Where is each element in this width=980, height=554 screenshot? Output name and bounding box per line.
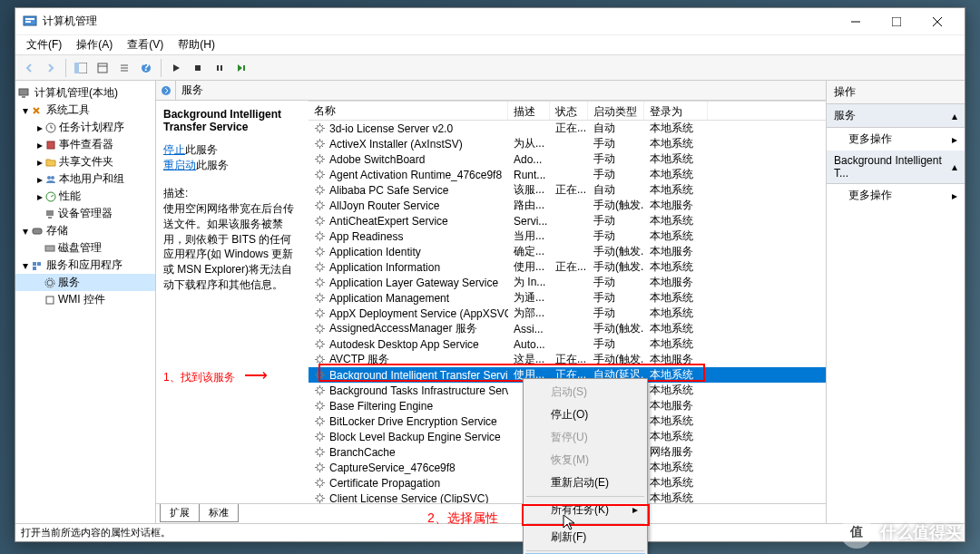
service-row[interactable]: Alibaba PC Safe Service该服...正在...自动本地系统 (309, 182, 826, 198)
stop-link[interactable]: 停止 (163, 143, 185, 156)
svg-rect-33 (45, 246, 54, 251)
service-row[interactable]: AllJoyn Router Service路由...手动(触发...本地服务 (309, 198, 826, 213)
tree-disk-mgmt[interactable]: 磁盘管理 (58, 240, 102, 256)
expand-icon[interactable]: ▸ (37, 139, 43, 151)
help-button[interactable]: ? (136, 58, 156, 78)
export-button[interactable] (93, 58, 113, 78)
description-label: 描述: (163, 186, 301, 201)
svg-rect-21 (22, 96, 25, 98)
maximize-button[interactable] (876, 9, 916, 34)
col-status[interactable]: 状态 (550, 102, 588, 120)
svg-text:?: ? (142, 63, 149, 73)
svg-rect-2 (25, 21, 31, 23)
event-icon (45, 140, 56, 151)
service-row[interactable]: AppX Deployment Service (AppXSVC)为部...手动… (309, 306, 826, 321)
expand-icon[interactable]: ▾ (23, 259, 28, 272)
tree-services-apps[interactable]: 服务和应用程序 (46, 258, 122, 273)
svg-rect-18 (220, 65, 222, 71)
service-row[interactable]: AssignedAccessManager 服务Assi...手动(触发...本… (309, 321, 826, 336)
svg-rect-34 (33, 262, 36, 266)
service-row[interactable]: App Readiness当用...手动本地系统 (309, 228, 826, 244)
tools-icon (31, 105, 44, 116)
col-name[interactable]: 名称 (309, 102, 508, 120)
annotation-1: 1、找到该服务⟶ (163, 365, 268, 385)
ctx-restart[interactable]: 重新启动(E) (525, 471, 645, 494)
tree-storage[interactable]: 存储 (46, 223, 68, 238)
pane-title: 服务 (176, 83, 203, 98)
tree-shared-folders[interactable]: 共享文件夹 (59, 154, 113, 170)
context-menu[interactable]: 启动(S) 停止(O) 暂停(U) 恢复(M) 重新启动(E) 所有任务(K)▸… (523, 378, 648, 554)
play-button[interactable] (166, 58, 186, 78)
svg-rect-36 (33, 267, 36, 270)
tree-wmi[interactable]: WMI 控件 (58, 292, 105, 307)
nav-arrow-icon[interactable] (156, 81, 176, 100)
expand-icon[interactable]: ▾ (23, 104, 28, 117)
svg-point-27 (51, 176, 54, 180)
ctx-resume: 恢复(M) (525, 449, 645, 471)
actions-section-selected[interactable]: Background Intelligent T...▴ (827, 151, 965, 184)
col-startup[interactable]: 启动类型 (588, 102, 644, 120)
close-button[interactable] (916, 9, 957, 34)
expand-icon[interactable]: ▾ (23, 225, 28, 238)
service-row[interactable]: Application Information使用...正在...手动(触发..… (309, 259, 826, 275)
service-row[interactable]: Agent Activation Runtime_476ce9f8Runt...… (309, 167, 826, 182)
show-hide-button[interactable] (71, 58, 91, 78)
expand-icon[interactable]: ▸ (37, 121, 43, 134)
pause-button[interactable] (210, 58, 230, 78)
ctx-stop[interactable]: 停止(O) (525, 403, 645, 426)
restart-button[interactable] (231, 58, 251, 78)
tab-standard[interactable]: 标准 (199, 504, 239, 522)
tree-performance[interactable]: 性能 (59, 189, 81, 204)
svg-rect-31 (48, 217, 52, 219)
service-row[interactable]: Application Management为通...手动本地系统 (309, 290, 826, 306)
grid-header[interactable]: 名称 描述 状态 启动类型 登录为 (309, 101, 826, 121)
apps-icon (31, 260, 44, 271)
svg-rect-9 (98, 63, 107, 73)
expand-icon[interactable]: ▸ (37, 173, 43, 186)
tab-extended[interactable]: 扩展 (160, 504, 200, 522)
menu-action[interactable]: 操作(A) (69, 35, 120, 54)
menu-view[interactable]: 查看(V) (120, 35, 171, 54)
tree-event-viewer[interactable]: 事件查看器 (59, 137, 113, 152)
service-row[interactable]: Autodesk Desktop App ServiceAuto...手动本地系… (309, 336, 826, 352)
expand-icon[interactable]: ▸ (37, 156, 43, 169)
service-row[interactable]: 3d-io License Server v2.0正在...自动本地系统 (309, 121, 826, 136)
restart-link[interactable]: 重启动 (163, 159, 196, 171)
service-row[interactable]: Application Layer Gateway Service为 In...… (309, 275, 826, 290)
annotation-2: 2、选择属性 (427, 510, 498, 527)
ctx-refresh[interactable]: 刷新(F) (525, 526, 645, 549)
actions-section-services[interactable]: 服务▴ (827, 104, 965, 128)
service-row[interactable]: Application Identity确定...手动(触发...本地服务 (309, 244, 826, 259)
service-row[interactable]: Adobe SwitchBoardAdo...手动本地系统 (309, 151, 826, 167)
col-logon[interactable]: 登录为 (644, 102, 708, 120)
actions-more-1[interactable]: 更多操作▸ (827, 128, 965, 151)
minimize-button[interactable] (835, 9, 876, 34)
nav-tree[interactable]: 计算机管理(本地) ▾系统工具 ▸任务计划程序 ▸事件查看器 ▸共享文件夹 ▸本… (15, 81, 156, 523)
service-row[interactable]: AntiCheatExpert ServiceServi...手动本地系统 (309, 213, 826, 228)
service-row[interactable]: ActiveX Installer (AxInstSV)为从...手动本地系统 (309, 136, 826, 151)
svg-rect-16 (195, 65, 201, 71)
service-row[interactable]: AVCTP 服务这是...正在...手动(触发...本地服务 (309, 352, 826, 367)
expand-icon[interactable]: ▸ (37, 190, 43, 203)
tree-task-scheduler[interactable]: 任务计划程序 (59, 120, 124, 135)
tree-local-users[interactable]: 本地用户和组 (59, 171, 124, 187)
folder-icon (45, 157, 56, 168)
tree-systools[interactable]: 系统工具 (46, 102, 90, 118)
menu-help[interactable]: 帮助(H) (171, 35, 222, 54)
tree-root[interactable]: 计算机管理(本地) (34, 85, 118, 101)
svg-point-63 (318, 465, 323, 471)
list-button[interactable] (114, 58, 134, 78)
col-desc[interactable]: 描述 (508, 102, 550, 120)
users-icon (45, 174, 56, 185)
forward-button (41, 58, 61, 78)
disk-icon (44, 243, 55, 254)
svg-rect-35 (37, 262, 41, 266)
menu-file[interactable]: 文件(F) (19, 35, 69, 54)
tree-device-mgr[interactable]: 设备管理器 (58, 206, 113, 221)
stop-button[interactable] (188, 58, 208, 78)
actions-more-2[interactable]: 更多操作▸ (827, 184, 965, 207)
svg-rect-20 (19, 89, 28, 95)
ctx-all-tasks[interactable]: 所有任务(K)▸ (525, 499, 645, 521)
svg-point-26 (47, 176, 51, 180)
tree-services[interactable]: 服务 (58, 275, 80, 290)
